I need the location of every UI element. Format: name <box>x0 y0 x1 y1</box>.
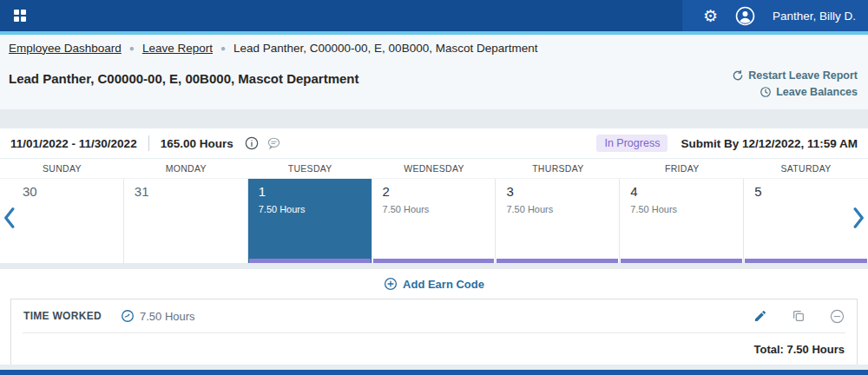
earn-code-hours: 7.50 Hours <box>140 310 195 323</box>
breadcrumb-current: Lead Panther, C00000-00, E, 00B000, Masc… <box>233 42 537 55</box>
period-total-hours: 165.00 Hours <box>161 137 233 150</box>
clock-history-icon <box>760 86 772 98</box>
leave-balances-button[interactable]: Leave Balances <box>760 86 858 98</box>
calendar-week-row: 30 31 1 7.50 Hours 2 7.50 Hours 3 7.50 H… <box>0 178 868 263</box>
earn-code-label: TIME WORKED <box>23 310 102 322</box>
weekday-label: SATURDAY <box>744 163 868 174</box>
info-icon[interactable] <box>245 136 259 150</box>
weekday-header-row: SUNDAY MONDAY TUESDAY WEDNESDAY THURSDAY… <box>0 159 868 178</box>
previous-week-button[interactable] <box>3 207 15 229</box>
copy-button[interactable] <box>792 309 806 323</box>
add-earn-code-button[interactable]: Add Earn Code <box>0 269 868 299</box>
user-name[interactable]: Panther, Billy D. <box>773 10 856 23</box>
calendar-day-oct-30[interactable]: 30 <box>0 179 124 263</box>
earn-code-entry-card: TIME WORKED 7.50 Hours <box>10 299 858 365</box>
earn-code-section: Add Earn Code TIME WORKED 7.50 Hours <box>0 269 868 365</box>
user-section: ⚙ Panther, Billy D. <box>682 0 868 31</box>
pencil-icon <box>753 309 767 323</box>
weekday-label: THURSDAY <box>496 163 620 174</box>
submit-by-deadline: Submit By 12/12/2022, 11:59 AM <box>681 137 858 150</box>
top-navigation-bar: ⚙ Panther, Billy D. <box>0 0 868 31</box>
breadcrumb-separator: ● <box>220 43 226 53</box>
breadcrumb-employee-dashboard[interactable]: Employee Dashboard <box>9 42 122 55</box>
copy-icon <box>792 309 806 323</box>
delete-button[interactable] <box>830 309 845 324</box>
breadcrumb: Employee Dashboard ● Leave Report ● Lead… <box>0 35 868 61</box>
calendar-day-nov-5[interactable]: 5 <box>744 179 868 263</box>
section-divider <box>0 109 868 128</box>
earn-code-row: TIME WORKED 7.50 Hours <box>11 299 857 332</box>
chevron-right-icon <box>853 207 865 229</box>
restart-icon <box>732 69 744 82</box>
divider <box>148 135 149 151</box>
add-circle-icon <box>384 277 398 291</box>
chevron-left-icon <box>3 207 15 229</box>
period-date-range: 11/01/2022 - 11/30/2022 <box>10 137 137 150</box>
calendar-day-nov-4[interactable]: 4 7.50 Hours <box>620 179 744 263</box>
section-divider <box>0 263 868 269</box>
calendar-day-oct-31[interactable]: 31 <box>124 179 248 263</box>
edit-button[interactable] <box>753 309 767 323</box>
apps-menu-button[interactable] <box>0 0 40 31</box>
next-week-button[interactable] <box>853 207 865 229</box>
weekday-label: MONDAY <box>124 163 248 174</box>
user-avatar-icon[interactable] <box>735 6 755 26</box>
calendar-day-nov-3[interactable]: 3 7.50 Hours <box>496 179 620 263</box>
minus-circle-icon <box>830 309 845 324</box>
leave-report-calendar: 11/01/2022 - 11/30/2022 165.00 Hours <box>0 128 868 263</box>
breadcrumb-leave-report[interactable]: Leave Report <box>142 42 213 55</box>
day-total: Total: 7.50 Hours <box>11 333 857 365</box>
clock-icon <box>121 309 135 323</box>
weekday-label: WEDNESDAY <box>372 163 496 174</box>
grid-menu-icon <box>13 9 27 23</box>
calendar-day-nov-1[interactable]: 1 7.50 Hours <box>248 179 372 263</box>
settings-gear-icon[interactable]: ⚙ <box>703 8 718 24</box>
page-header: Employee Dashboard ● Leave Report ● Lead… <box>0 35 868 109</box>
status-badge: In Progress <box>596 135 667 152</box>
calendar-day-nov-2[interactable]: 2 7.50 Hours <box>372 179 496 263</box>
breadcrumb-separator: ● <box>129 43 135 53</box>
footer-bar <box>0 370 868 375</box>
comment-icon[interactable] <box>266 136 281 150</box>
weekday-label: FRIDAY <box>620 163 744 174</box>
page-title: Lead Panther, C00000-00, E, 00B000, Masc… <box>9 64 359 98</box>
restart-leave-report-button[interactable]: Restart Leave Report <box>732 69 858 82</box>
weekday-label: TUESDAY <box>248 163 372 174</box>
weekday-label: SUNDAY <box>0 163 124 174</box>
